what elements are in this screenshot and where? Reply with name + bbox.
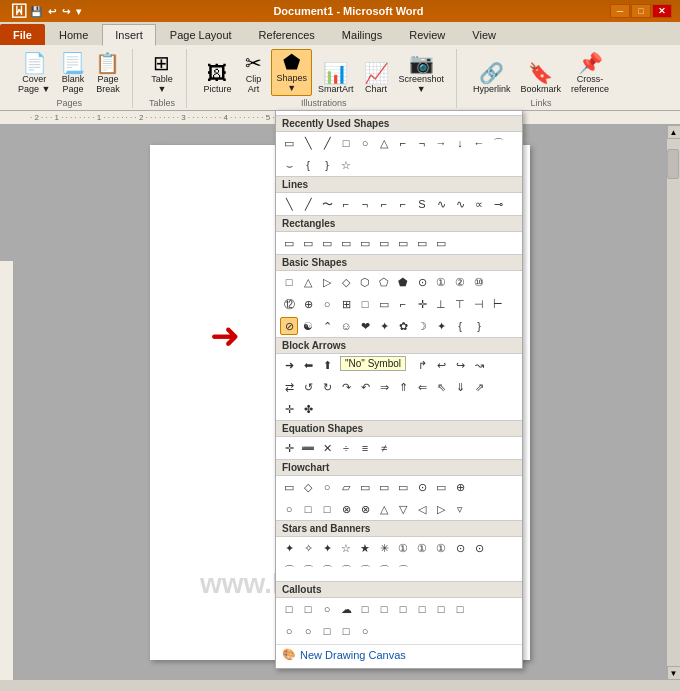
basic-smiley[interactable]: ☺ xyxy=(337,317,355,335)
scroll-thumb[interactable] xyxy=(667,149,679,179)
shape-arrow-down[interactable]: ↓ xyxy=(451,134,469,152)
rect-snip[interactable]: ▭ xyxy=(318,234,336,252)
flow-sq2[interactable]: □ xyxy=(318,500,336,518)
tab-references[interactable]: References xyxy=(246,24,328,45)
table-btn[interactable]: ⊞ Table▼ xyxy=(146,51,178,96)
banner-ribbon1[interactable]: ⌒ xyxy=(375,561,393,579)
basic-cylinder[interactable]: ⊙ xyxy=(413,273,431,291)
callout-cloud[interactable]: ☁ xyxy=(337,600,355,618)
basic-corner[interactable]: ⌐ xyxy=(394,295,412,313)
callout-down2[interactable]: ○ xyxy=(356,622,374,640)
flow-merge[interactable]: ◁ xyxy=(413,500,431,518)
basic-12[interactable]: ⑫ xyxy=(280,295,298,313)
basic-cbrace[interactable]: } xyxy=(470,317,488,335)
shape-arrow-right[interactable]: → xyxy=(432,134,450,152)
line-spiral[interactable]: ∝ xyxy=(470,195,488,213)
basic-right[interactable]: ⊢ xyxy=(489,295,507,313)
flow-doc[interactable]: ▭ xyxy=(375,478,393,496)
basic-rtriangle[interactable]: ▷ xyxy=(318,273,336,291)
new-drawing-canvas-btn[interactable]: 🎨 New Drawing Canvas xyxy=(276,644,522,664)
eq-plus[interactable]: ✛ xyxy=(280,439,298,457)
blank-page-btn[interactable]: 📃 BlankPage xyxy=(56,51,89,96)
shape-arrow-left[interactable]: ← xyxy=(470,134,488,152)
shape-brace2[interactable]: } xyxy=(318,156,336,174)
flow-pre[interactable]: ▱ xyxy=(337,478,355,496)
basic-rect2[interactable]: ▭ xyxy=(375,295,393,313)
rect-frame[interactable]: ▭ xyxy=(375,234,393,252)
callout-up3[interactable]: □ xyxy=(318,622,336,640)
line-straight2[interactable]: ╱ xyxy=(299,195,317,213)
line-loop[interactable]: ⊸ xyxy=(489,195,507,213)
flow-man[interactable]: ▭ xyxy=(356,478,374,496)
block-ccw[interactable]: ↺ xyxy=(299,378,317,396)
callout-bent1[interactable]: □ xyxy=(394,600,412,618)
shape-line2[interactable]: ╱ xyxy=(318,134,336,152)
star-6[interactable]: ✦ xyxy=(318,539,336,557)
banner-wave1[interactable]: ⌒ xyxy=(280,561,298,579)
line-curve[interactable]: ⌐ xyxy=(394,195,412,213)
block-plus-btn[interactable]: ✛ xyxy=(280,400,298,418)
chart-btn[interactable]: 📈 Chart xyxy=(360,61,393,96)
shape-rect[interactable]: ▭ xyxy=(280,134,298,152)
callout-accent[interactable]: □ xyxy=(432,600,450,618)
close-btn[interactable]: ✕ xyxy=(652,4,672,18)
basic-t[interactable]: ⊥ xyxy=(432,295,450,313)
tab-file[interactable]: File xyxy=(0,24,45,45)
line-corner1[interactable]: ⌐ xyxy=(337,195,355,213)
save-qat-btn[interactable]: 💾 xyxy=(28,5,44,18)
basic-triangle[interactable]: △ xyxy=(299,273,317,291)
callout-oval[interactable]: ○ xyxy=(318,600,336,618)
basic-pent[interactable]: ⬟ xyxy=(394,273,412,291)
star-4[interactable]: ✦ xyxy=(280,539,298,557)
scroll-down-btn[interactable]: ▼ xyxy=(667,666,681,680)
shapes-btn[interactable]: ⬟ Shapes▼ xyxy=(271,49,312,96)
eq-equal[interactable]: ≡ xyxy=(356,439,374,457)
eq-times[interactable]: ✕ xyxy=(318,439,336,457)
banner-scroll[interactable]: ⌒ xyxy=(356,561,374,579)
block-ccw2[interactable]: ↶ xyxy=(356,378,374,396)
basic-1[interactable]: ① xyxy=(432,273,450,291)
shape-arc[interactable]: ⌒ xyxy=(489,134,507,152)
callout-accent2[interactable]: □ xyxy=(451,600,469,618)
shape-line1[interactable]: ╲ xyxy=(299,134,317,152)
flow-proc[interactable]: ▭ xyxy=(280,478,298,496)
line-zz[interactable]: ⌐ xyxy=(375,195,393,213)
qat-dropdown-btn[interactable]: ▾ xyxy=(74,5,83,18)
block-db-left[interactable]: ⇐ xyxy=(413,378,431,396)
flow-sq[interactable]: □ xyxy=(299,500,317,518)
flow-circ[interactable]: ○ xyxy=(280,500,298,518)
cross-reference-btn[interactable]: 📌 Cross-reference xyxy=(567,51,613,96)
rect-diag[interactable]: ▭ xyxy=(337,234,355,252)
callout-down[interactable]: □ xyxy=(337,622,355,640)
basic-hex[interactable]: ⬡ xyxy=(356,273,374,291)
flow-sum[interactable]: △ xyxy=(375,500,393,518)
basic-top[interactable]: ⊤ xyxy=(451,295,469,313)
star-12[interactable]: ① xyxy=(432,539,450,557)
flow-store[interactable]: ▿ xyxy=(451,500,469,518)
block-right[interactable]: ➜ xyxy=(280,356,298,374)
block-curve[interactable]: ↝ xyxy=(470,356,488,374)
basic-square[interactable]: □ xyxy=(280,273,298,291)
banner-ribbon2[interactable]: ⌒ xyxy=(394,561,412,579)
tab-insert[interactable]: Insert xyxy=(102,24,156,46)
banner-wave4[interactable]: ⌒ xyxy=(337,561,355,579)
rect-stripe[interactable]: ▭ xyxy=(413,234,431,252)
basic-oct[interactable]: ⬠ xyxy=(375,273,393,291)
rect-plaque[interactable]: ▭ xyxy=(356,234,374,252)
maximize-btn[interactable]: □ xyxy=(631,4,651,18)
basic-10[interactable]: ⑩ xyxy=(470,273,488,291)
flow-extract[interactable]: ▽ xyxy=(394,500,412,518)
shape-wave[interactable]: ⌣ xyxy=(280,156,298,174)
redo-qat-btn[interactable]: ↪ xyxy=(60,5,72,18)
block-db-down[interactable]: ⇓ xyxy=(451,378,469,396)
callout-up[interactable]: ○ xyxy=(280,622,298,640)
shape-triangle[interactable]: △ xyxy=(375,134,393,152)
basic-moon[interactable]: ☽ xyxy=(413,317,431,335)
basic-heart[interactable]: ❤ xyxy=(356,317,374,335)
flow-disk[interactable]: ⊙ xyxy=(413,478,431,496)
tab-mailings[interactable]: Mailings xyxy=(329,24,395,45)
shape-corner1[interactable]: ⌐ xyxy=(394,134,412,152)
basic-left[interactable]: ⊣ xyxy=(470,295,488,313)
block-db-right[interactable]: ⇒ xyxy=(375,378,393,396)
block-left[interactable]: ⬅ xyxy=(299,356,317,374)
